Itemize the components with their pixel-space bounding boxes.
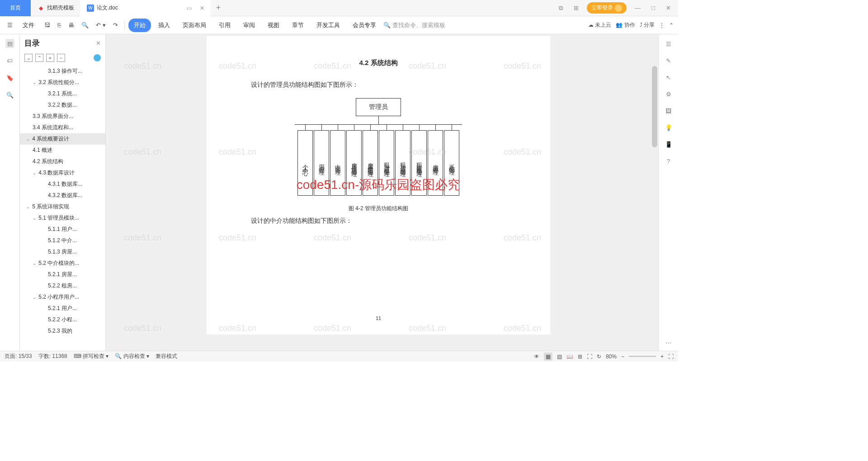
- toc-item[interactable]: 4.3.1 数据库...: [20, 179, 105, 190]
- find-icon[interactable]: 🔍: [5, 90, 14, 99]
- menu-member[interactable]: 会员专享: [347, 19, 382, 32]
- demote-icon[interactable]: −: [57, 54, 65, 62]
- toc-item[interactable]: ⌄ 5.1 管理员模块...: [20, 212, 105, 224]
- content-check[interactable]: 🔍 内容检查 ▾: [115, 353, 149, 360]
- login-button[interactable]: 立即登录: [587, 2, 627, 14]
- toc-item[interactable]: 3.2.2 数据...: [20, 99, 105, 111]
- menu-ref[interactable]: 引用: [213, 19, 236, 32]
- toc-item[interactable]: ⌄ 5 系统详细实现: [20, 201, 105, 212]
- cloud-status[interactable]: ☁ 未上云: [588, 21, 611, 29]
- grid-icon[interactable]: ⊞: [571, 5, 581, 11]
- bookmark-icon[interactable]: 🔖: [5, 73, 14, 82]
- toc-item[interactable]: ⌄ 4.3.数据库设计: [20, 167, 105, 179]
- cursor-icon[interactable]: ↖: [666, 74, 671, 81]
- view-web-icon[interactable]: ▤: [557, 353, 562, 360]
- expand-all-icon[interactable]: ⌃: [35, 54, 43, 62]
- rotate-icon[interactable]: ↻: [597, 353, 601, 360]
- settings-icon[interactable]: ⚙: [666, 91, 671, 98]
- collab-button[interactable]: 👥 协作: [616, 21, 635, 29]
- minimize-icon[interactable]: —: [632, 5, 643, 11]
- zoom-level[interactable]: 80%: [606, 353, 617, 360]
- toc-item[interactable]: ⌄ 4 系统概要设计: [20, 133, 105, 145]
- tab-window-icon[interactable]: ▭: [184, 5, 194, 11]
- redo-icon[interactable]: ↷: [110, 20, 121, 30]
- toc-item[interactable]: 4.1 概述: [20, 145, 105, 156]
- print-icon[interactable]: 🖶: [66, 20, 77, 30]
- menu-insert[interactable]: 插入: [153, 19, 175, 32]
- undo-icon[interactable]: ↶ ▾: [93, 20, 108, 30]
- toc-item[interactable]: 5.1.2 中介...: [20, 235, 105, 246]
- diagram-root: 管理员: [356, 98, 401, 116]
- more-icon[interactable]: ⋮: [659, 22, 665, 28]
- menu-review[interactable]: 审阅: [238, 19, 260, 32]
- lightbulb-icon[interactable]: 💡: [665, 124, 672, 131]
- toc-item[interactable]: 3.3 系统界面分...: [20, 111, 105, 122]
- zoom-in-icon[interactable]: +: [660, 353, 664, 360]
- toc-item[interactable]: ⌄ 3.2 系统性能分...: [20, 77, 105, 88]
- fit-icon[interactable]: ⛶: [587, 353, 592, 360]
- maximize-icon[interactable]: □: [649, 5, 658, 11]
- tab-template[interactable]: ◆找稻壳模板: [31, 0, 80, 16]
- more-tools-icon[interactable]: ⋯: [665, 339, 671, 346]
- toc-item[interactable]: 5.2.2 小程...: [20, 314, 105, 325]
- tab-close-icon[interactable]: ✕: [200, 5, 204, 11]
- zoom-slider[interactable]: [629, 356, 656, 357]
- toc-item[interactable]: 5.2.1 房屋...: [20, 269, 105, 280]
- device-icon[interactable]: 📱: [665, 141, 672, 148]
- view-read-icon[interactable]: ⊞: [578, 353, 582, 360]
- menu-start[interactable]: 开始: [128, 19, 151, 32]
- save-icon[interactable]: 🖫: [42, 20, 53, 30]
- menu-dev[interactable]: 开发工具: [311, 19, 345, 32]
- tab-doc[interactable]: W论文.doc▭✕: [80, 0, 211, 16]
- toc-item[interactable]: ⌄ 5.2 中介模块的...: [20, 258, 105, 269]
- menu-view[interactable]: 视图: [262, 19, 285, 32]
- fullscreen-icon[interactable]: ⛶: [668, 353, 674, 360]
- document-area[interactable]: 4.2 系统结构 设计的管理员功能结构图如下图所示： 管理员 个人中心用户管理中…: [106, 34, 651, 351]
- close-icon[interactable]: ✕: [663, 5, 674, 11]
- menu-icon[interactable]: ☰: [666, 41, 671, 47]
- word-count[interactable]: 字数: 11368: [38, 353, 67, 360]
- toc-item[interactable]: 3.4 系统流程和...: [20, 122, 105, 133]
- compat-mode[interactable]: 兼容模式: [156, 353, 177, 360]
- view-page-icon[interactable]: ▦: [544, 353, 552, 361]
- outline-close-icon[interactable]: ✕: [96, 40, 101, 47]
- menu-chapter[interactable]: 章节: [287, 19, 309, 32]
- tab-home[interactable]: 首页: [0, 0, 31, 16]
- toc-item[interactable]: ⌄ 5.2 小程序用户...: [20, 292, 105, 303]
- page-count[interactable]: 页面: 15/33: [5, 353, 32, 360]
- preview-icon[interactable]: 🔍: [79, 20, 91, 30]
- collapse-all-icon[interactable]: ⌄: [24, 54, 33, 62]
- view-outline-icon[interactable]: 📖: [566, 353, 573, 360]
- toc-item[interactable]: 5.1.1 用户...: [20, 224, 105, 235]
- toc-item[interactable]: 5.2.3 我的: [20, 325, 105, 337]
- hamburger-icon[interactable]: ☰: [5, 20, 15, 30]
- eye-icon[interactable]: 👁: [534, 353, 539, 360]
- scroll-thumb[interactable]: [652, 66, 657, 147]
- toc-item[interactable]: 5.2.2 租房...: [20, 280, 105, 292]
- zoom-out-icon[interactable]: −: [621, 353, 624, 360]
- menu-file[interactable]: 文件: [17, 19, 40, 32]
- tab-add-button[interactable]: +: [211, 3, 226, 13]
- toc-item[interactable]: 3.2.1 系统...: [20, 88, 105, 99]
- scrollbar[interactable]: [651, 34, 658, 351]
- toc-item[interactable]: 4.2 系统结构: [20, 156, 105, 167]
- outline-icon[interactable]: ▤: [5, 39, 14, 48]
- toc-item[interactable]: 3.1.3 操作可...: [20, 66, 105, 77]
- help-icon[interactable]: ?: [667, 158, 670, 165]
- toc-item[interactable]: 5.1.3 房屋...: [20, 246, 105, 258]
- tag-icon[interactable]: 🏷: [5, 56, 14, 65]
- spell-check[interactable]: ⌨ 拼写检查 ▾: [74, 353, 109, 360]
- image-icon[interactable]: 🖼: [665, 108, 671, 114]
- watermark-light: code51.cn: [124, 233, 161, 243]
- search-command[interactable]: 🔍查找命令、搜索模板: [383, 21, 445, 29]
- share-button[interactable]: ⤴ 分享: [640, 21, 655, 29]
- promote-icon[interactable]: +: [46, 54, 54, 62]
- pen-icon[interactable]: ✎: [666, 57, 671, 64]
- layout-icon[interactable]: ⧉: [556, 5, 566, 12]
- menu-layout[interactable]: 页面布局: [177, 19, 212, 32]
- toc-item[interactable]: 5.2.1 用户...: [20, 303, 105, 314]
- collapse-icon[interactable]: ⌃: [669, 22, 674, 28]
- toc-item[interactable]: 4.3.2 数据库...: [20, 190, 105, 201]
- sync-icon[interactable]: [94, 54, 101, 61]
- saveas-icon[interactable]: ⎘: [55, 20, 64, 30]
